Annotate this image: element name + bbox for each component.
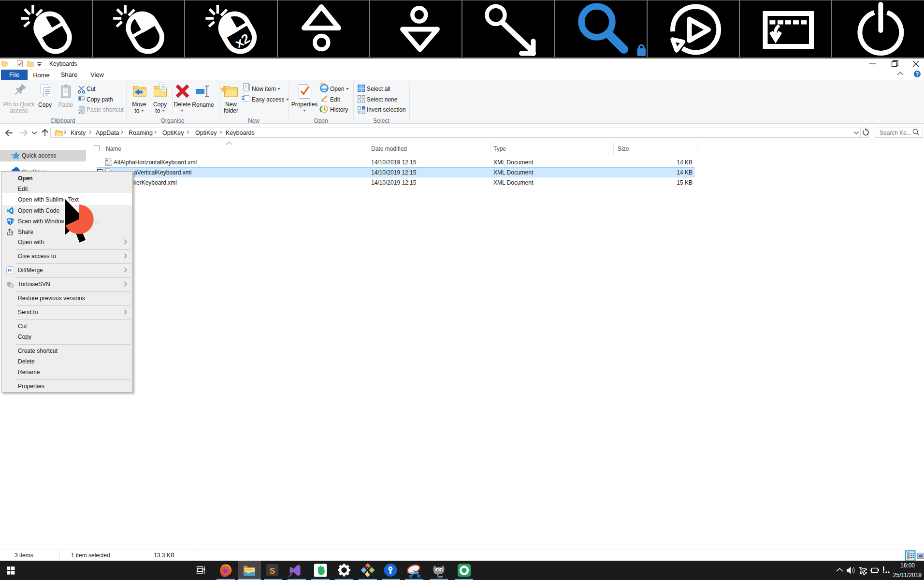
svg-text:?: ? — [916, 71, 919, 77]
svg-text:16:00: 16:00 — [900, 562, 915, 569]
svg-text:S: S — [270, 566, 275, 576]
svg-text:25/11/2019: 25/11/2019 — [893, 572, 922, 579]
